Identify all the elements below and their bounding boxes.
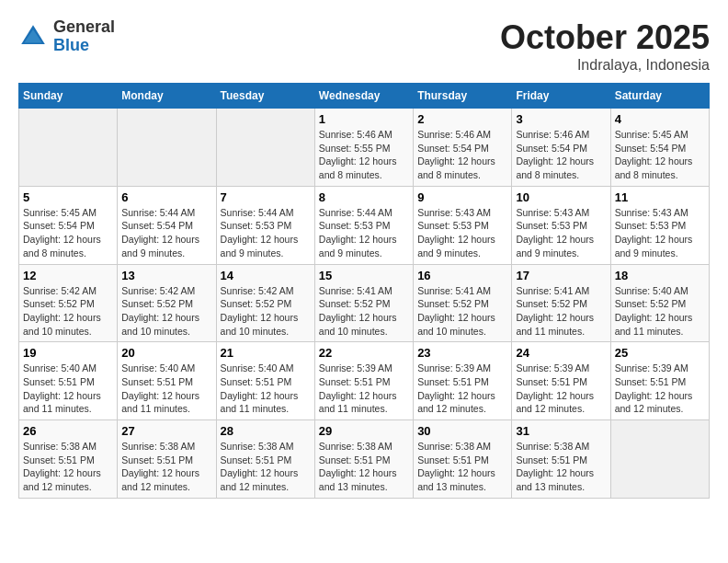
calendar-cell: 1Sunrise: 5:46 AMSunset: 5:55 PMDaylight…: [314, 109, 413, 187]
calendar-cell: 22Sunrise: 5:39 AMSunset: 5:51 PMDayligh…: [314, 342, 413, 420]
calendar-cell: 26Sunrise: 5:38 AMSunset: 5:51 PMDayligh…: [19, 420, 118, 499]
calendar-cell: 31Sunrise: 5:38 AMSunset: 5:51 PMDayligh…: [512, 420, 610, 499]
day-info: Sunrise: 5:40 AMSunset: 5:51 PMDaylight:…: [221, 362, 311, 416]
day-number: 11: [615, 190, 705, 204]
day-info: Sunrise: 5:38 AMSunset: 5:51 PMDaylight:…: [417, 440, 507, 494]
day-info: Sunrise: 5:40 AMSunset: 5:51 PMDaylight:…: [23, 362, 113, 416]
day-number: 27: [121, 424, 211, 438]
calendar-body: 1Sunrise: 5:46 AMSunset: 5:55 PMDaylight…: [19, 109, 710, 499]
calendar-cell: [118, 109, 216, 187]
calendar-week-5: 26Sunrise: 5:38 AMSunset: 5:51 PMDayligh…: [19, 420, 710, 499]
day-number: 7: [221, 190, 311, 204]
day-number: 12: [23, 269, 113, 282]
day-info: Sunrise: 5:38 AMSunset: 5:51 PMDaylight:…: [221, 440, 311, 494]
calendar-cell: 2Sunrise: 5:46 AMSunset: 5:54 PMDaylight…: [414, 109, 512, 187]
day-number: 2: [417, 112, 507, 126]
calendar-cell: 24Sunrise: 5:39 AMSunset: 5:51 PMDayligh…: [512, 342, 610, 420]
day-number: 17: [516, 269, 606, 282]
day-number: 22: [319, 346, 409, 360]
day-number: 15: [319, 269, 409, 282]
day-number: 23: [417, 346, 507, 360]
logo-general: General: [53, 18, 115, 37]
page-header: General Blue October 2025 Indralaya, Ind…: [18, 18, 710, 74]
day-info: Sunrise: 5:45 AMSunset: 5:54 PMDaylight:…: [615, 128, 705, 182]
calendar-cell: 11Sunrise: 5:43 AMSunset: 5:53 PMDayligh…: [610, 186, 709, 264]
calendar-week-3: 12Sunrise: 5:42 AMSunset: 5:52 PMDayligh…: [19, 264, 710, 342]
day-info: Sunrise: 5:38 AMSunset: 5:51 PMDaylight:…: [23, 440, 113, 494]
day-info: Sunrise: 5:39 AMSunset: 5:51 PMDaylight:…: [319, 362, 409, 416]
day-number: 4: [615, 112, 705, 126]
weekday-friday: Friday: [512, 84, 610, 109]
calendar-cell: 30Sunrise: 5:38 AMSunset: 5:51 PMDayligh…: [414, 420, 512, 499]
calendar-cell: 10Sunrise: 5:43 AMSunset: 5:53 PMDayligh…: [512, 186, 610, 264]
weekday-saturday: Saturday: [610, 84, 709, 109]
calendar-cell: 9Sunrise: 5:43 AMSunset: 5:53 PMDaylight…: [414, 186, 512, 264]
day-info: Sunrise: 5:40 AMSunset: 5:51 PMDaylight:…: [121, 362, 211, 416]
day-number: 21: [221, 346, 311, 360]
calendar-cell: 5Sunrise: 5:45 AMSunset: 5:54 PMDaylight…: [19, 186, 118, 264]
day-info: Sunrise: 5:46 AMSunset: 5:54 PMDaylight:…: [516, 128, 606, 182]
logo-icon: [18, 22, 48, 52]
day-info: Sunrise: 5:44 AMSunset: 5:53 PMDaylight:…: [319, 206, 409, 260]
day-info: Sunrise: 5:39 AMSunset: 5:51 PMDaylight:…: [417, 362, 507, 416]
day-info: Sunrise: 5:39 AMSunset: 5:51 PMDaylight:…: [615, 362, 705, 416]
day-number: 13: [121, 269, 211, 282]
day-info: Sunrise: 5:42 AMSunset: 5:52 PMDaylight:…: [221, 284, 311, 339]
day-number: 8: [319, 190, 409, 204]
calendar-cell: 7Sunrise: 5:44 AMSunset: 5:53 PMDaylight…: [216, 186, 314, 264]
day-number: 28: [221, 424, 311, 438]
weekday-tuesday: Tuesday: [216, 84, 314, 109]
day-number: 9: [417, 190, 507, 204]
day-number: 25: [615, 346, 705, 360]
weekday-thursday: Thursday: [414, 84, 512, 109]
calendar-cell: 28Sunrise: 5:38 AMSunset: 5:51 PMDayligh…: [216, 420, 314, 499]
calendar-cell: 12Sunrise: 5:42 AMSunset: 5:52 PMDayligh…: [19, 264, 118, 342]
day-number: 3: [516, 112, 606, 126]
day-info: Sunrise: 5:44 AMSunset: 5:53 PMDaylight:…: [221, 206, 311, 260]
day-number: 26: [23, 424, 113, 438]
calendar-header: SundayMondayTuesdayWednesdayThursdayFrid…: [19, 84, 710, 109]
day-info: Sunrise: 5:41 AMSunset: 5:52 PMDaylight:…: [319, 284, 409, 339]
calendar-cell: 16Sunrise: 5:41 AMSunset: 5:52 PMDayligh…: [414, 264, 512, 342]
location: Indralaya, Indonesia: [500, 57, 710, 74]
day-info: Sunrise: 5:41 AMSunset: 5:52 PMDaylight:…: [417, 284, 507, 339]
day-info: Sunrise: 5:42 AMSunset: 5:52 PMDaylight:…: [121, 284, 211, 339]
day-info: Sunrise: 5:41 AMSunset: 5:52 PMDaylight:…: [516, 284, 606, 339]
calendar-cell: 3Sunrise: 5:46 AMSunset: 5:54 PMDaylight…: [512, 109, 610, 187]
title-block: October 2025 Indralaya, Indonesia: [500, 18, 710, 74]
day-number: 31: [516, 424, 606, 438]
calendar-cell: 4Sunrise: 5:45 AMSunset: 5:54 PMDaylight…: [610, 109, 709, 187]
calendar-cell: 21Sunrise: 5:40 AMSunset: 5:51 PMDayligh…: [216, 342, 314, 420]
calendar-week-1: 1Sunrise: 5:46 AMSunset: 5:55 PMDaylight…: [19, 109, 710, 187]
day-info: Sunrise: 5:44 AMSunset: 5:54 PMDaylight:…: [121, 206, 211, 260]
calendar-cell: 29Sunrise: 5:38 AMSunset: 5:51 PMDayligh…: [314, 420, 413, 499]
calendar-week-4: 19Sunrise: 5:40 AMSunset: 5:51 PMDayligh…: [19, 342, 710, 420]
calendar-cell: 19Sunrise: 5:40 AMSunset: 5:51 PMDayligh…: [19, 342, 118, 420]
calendar-cell: 20Sunrise: 5:40 AMSunset: 5:51 PMDayligh…: [118, 342, 216, 420]
day-number: 24: [516, 346, 606, 360]
day-number: 18: [615, 269, 705, 282]
day-number: 16: [417, 269, 507, 282]
day-info: Sunrise: 5:45 AMSunset: 5:54 PMDaylight:…: [23, 206, 113, 260]
day-info: Sunrise: 5:38 AMSunset: 5:51 PMDaylight:…: [516, 440, 606, 494]
calendar-cell: 27Sunrise: 5:38 AMSunset: 5:51 PMDayligh…: [118, 420, 216, 499]
day-info: Sunrise: 5:40 AMSunset: 5:52 PMDaylight:…: [615, 284, 705, 339]
day-number: 5: [23, 190, 113, 204]
calendar-week-2: 5Sunrise: 5:45 AMSunset: 5:54 PMDaylight…: [19, 186, 710, 264]
logo-blue: Blue: [53, 37, 115, 55]
calendar-cell: 15Sunrise: 5:41 AMSunset: 5:52 PMDayligh…: [314, 264, 413, 342]
month-title: October 2025: [500, 18, 710, 57]
weekday-header-row: SundayMondayTuesdayWednesdayThursdayFrid…: [19, 84, 710, 109]
calendar-cell: 6Sunrise: 5:44 AMSunset: 5:54 PMDaylight…: [118, 186, 216, 264]
logo: General Blue: [18, 18, 115, 55]
day-info: Sunrise: 5:43 AMSunset: 5:53 PMDaylight:…: [615, 206, 705, 260]
day-info: Sunrise: 5:46 AMSunset: 5:55 PMDaylight:…: [319, 128, 409, 182]
day-number: 10: [516, 190, 606, 204]
calendar-cell: 13Sunrise: 5:42 AMSunset: 5:52 PMDayligh…: [118, 264, 216, 342]
day-info: Sunrise: 5:39 AMSunset: 5:51 PMDaylight:…: [516, 362, 606, 416]
day-number: 30: [417, 424, 507, 438]
day-number: 1: [319, 112, 409, 126]
calendar: SundayMondayTuesdayWednesdayThursdayFrid…: [18, 83, 710, 499]
day-number: 14: [221, 269, 311, 282]
day-info: Sunrise: 5:43 AMSunset: 5:53 PMDaylight:…: [417, 206, 507, 260]
